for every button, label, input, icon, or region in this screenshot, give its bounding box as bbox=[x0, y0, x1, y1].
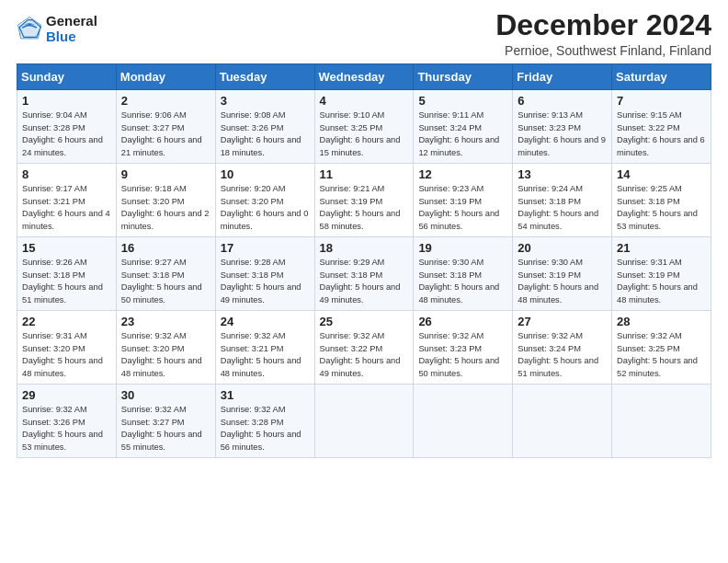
day-number: 14 bbox=[617, 167, 706, 181]
day-detail: Sunrise: 9:08 AMSunset: 3:26 PMDaylight:… bbox=[221, 110, 301, 156]
calendar-cell: 25Sunrise: 9:32 AMSunset: 3:22 PMDayligh… bbox=[314, 311, 414, 385]
logo-general: General bbox=[46, 13, 97, 29]
day-detail: Sunrise: 9:29 AMSunset: 3:18 PMDaylight:… bbox=[320, 258, 401, 304]
day-number: 26 bbox=[418, 315, 507, 328]
calendar-cell: 10Sunrise: 9:20 AMSunset: 3:20 PMDayligh… bbox=[215, 164, 314, 237]
day-number: 13 bbox=[518, 167, 607, 181]
day-detail: Sunrise: 9:04 AMSunset: 3:28 PMDaylight:… bbox=[22, 110, 103, 156]
col-tuesday: Tuesday bbox=[215, 64, 314, 90]
day-detail: Sunrise: 9:23 AMSunset: 3:19 PMDaylight:… bbox=[418, 184, 499, 230]
header-row: Sunday Monday Tuesday Wednesday Thursday… bbox=[17, 64, 711, 90]
calendar-cell: 17Sunrise: 9:28 AMSunset: 3:18 PMDayligh… bbox=[215, 237, 314, 311]
calendar-cell: 23Sunrise: 9:32 AMSunset: 3:20 PMDayligh… bbox=[116, 311, 215, 385]
calendar-body: 1Sunrise: 9:04 AMSunset: 3:28 PMDaylight… bbox=[17, 90, 711, 458]
day-detail: Sunrise: 9:21 AMSunset: 3:19 PMDaylight:… bbox=[320, 184, 401, 230]
day-detail: Sunrise: 9:17 AMSunset: 3:21 PMDaylight:… bbox=[22, 184, 110, 230]
calendar-table: Sunday Monday Tuesday Wednesday Thursday… bbox=[17, 63, 711, 458]
day-number: 6 bbox=[518, 94, 607, 108]
day-detail: Sunrise: 9:26 AMSunset: 3:18 PMDaylight:… bbox=[22, 258, 103, 304]
day-number: 9 bbox=[121, 167, 210, 181]
calendar-cell: 15Sunrise: 9:26 AMSunset: 3:18 PMDayligh… bbox=[17, 237, 117, 311]
day-number: 7 bbox=[617, 94, 706, 108]
day-detail: Sunrise: 9:10 AMSunset: 3:25 PMDaylight:… bbox=[320, 110, 401, 156]
day-detail: Sunrise: 9:32 AMSunset: 3:25 PMDaylight:… bbox=[617, 331, 698, 377]
day-number: 2 bbox=[121, 94, 210, 108]
main-title: December 2024 bbox=[495, 9, 711, 41]
day-number: 31 bbox=[221, 388, 310, 402]
day-detail: Sunrise: 9:32 AMSunset: 3:23 PMDaylight:… bbox=[418, 331, 499, 377]
day-number: 25 bbox=[320, 315, 409, 328]
calendar-week-2: 15Sunrise: 9:26 AMSunset: 3:18 PMDayligh… bbox=[17, 237, 711, 311]
day-number: 18 bbox=[320, 241, 409, 255]
day-number: 29 bbox=[22, 388, 111, 402]
col-wednesday: Wednesday bbox=[314, 64, 414, 90]
day-number: 12 bbox=[418, 167, 507, 181]
calendar-cell: 6Sunrise: 9:13 AMSunset: 3:23 PMDaylight… bbox=[513, 90, 612, 164]
day-detail: Sunrise: 9:32 AMSunset: 3:27 PMDaylight:… bbox=[121, 405, 202, 451]
day-detail: Sunrise: 9:32 AMSunset: 3:24 PMDaylight:… bbox=[518, 331, 598, 377]
page: General Blue December 2024 Pernioe, Sout… bbox=[0, 0, 728, 563]
calendar-cell: 5Sunrise: 9:11 AMSunset: 3:24 PMDaylight… bbox=[414, 90, 513, 164]
day-number: 17 bbox=[221, 241, 310, 255]
day-number: 10 bbox=[221, 167, 310, 181]
day-detail: Sunrise: 9:31 AMSunset: 3:19 PMDaylight:… bbox=[617, 258, 698, 304]
calendar-cell: 12Sunrise: 9:23 AMSunset: 3:19 PMDayligh… bbox=[414, 164, 513, 237]
day-detail: Sunrise: 9:25 AMSunset: 3:18 PMDaylight:… bbox=[617, 184, 698, 230]
day-number: 20 bbox=[518, 241, 607, 255]
calendar-cell: 22Sunrise: 9:31 AMSunset: 3:20 PMDayligh… bbox=[17, 311, 117, 385]
day-detail: Sunrise: 9:15 AMSunset: 3:22 PMDaylight:… bbox=[617, 110, 705, 156]
calendar-cell: 7Sunrise: 9:15 AMSunset: 3:22 PMDaylight… bbox=[612, 90, 711, 164]
calendar-header: Sunday Monday Tuesday Wednesday Thursday… bbox=[17, 64, 711, 90]
calendar-cell: 26Sunrise: 9:32 AMSunset: 3:23 PMDayligh… bbox=[414, 311, 513, 385]
day-number: 11 bbox=[320, 167, 409, 181]
day-number: 22 bbox=[22, 315, 111, 328]
header: General Blue December 2024 Pernioe, Sout… bbox=[17, 9, 711, 58]
calendar-week-3: 22Sunrise: 9:31 AMSunset: 3:20 PMDayligh… bbox=[17, 311, 711, 385]
calendar-cell: 31Sunrise: 9:32 AMSunset: 3:28 PMDayligh… bbox=[215, 385, 314, 458]
calendar-cell: 21Sunrise: 9:31 AMSunset: 3:19 PMDayligh… bbox=[612, 237, 711, 311]
title-block: December 2024 Pernioe, Southwest Finland… bbox=[495, 9, 711, 58]
day-detail: Sunrise: 9:32 AMSunset: 3:22 PMDaylight:… bbox=[320, 331, 401, 377]
day-detail: Sunrise: 9:32 AMSunset: 3:28 PMDaylight:… bbox=[221, 405, 301, 451]
calendar-cell: 16Sunrise: 9:27 AMSunset: 3:18 PMDayligh… bbox=[116, 237, 215, 311]
calendar-cell: 29Sunrise: 9:32 AMSunset: 3:26 PMDayligh… bbox=[17, 385, 117, 458]
day-number: 24 bbox=[221, 315, 310, 328]
day-number: 21 bbox=[617, 241, 706, 255]
day-detail: Sunrise: 9:24 AMSunset: 3:18 PMDaylight:… bbox=[518, 184, 598, 230]
day-number: 30 bbox=[121, 388, 210, 402]
day-number: 23 bbox=[121, 315, 210, 328]
day-detail: Sunrise: 9:20 AMSunset: 3:20 PMDaylight:… bbox=[221, 184, 309, 230]
subtitle: Pernioe, Southwest Finland, Finland bbox=[495, 43, 711, 58]
day-detail: Sunrise: 9:27 AMSunset: 3:18 PMDaylight:… bbox=[121, 258, 202, 304]
col-thursday: Thursday bbox=[414, 64, 513, 90]
logo-text-block: General Blue bbox=[46, 13, 97, 45]
calendar-week-1: 8Sunrise: 9:17 AMSunset: 3:21 PMDaylight… bbox=[17, 164, 711, 237]
day-number: 16 bbox=[121, 241, 210, 255]
calendar-cell: 1Sunrise: 9:04 AMSunset: 3:28 PMDaylight… bbox=[17, 90, 117, 164]
day-number: 1 bbox=[22, 94, 111, 108]
day-number: 15 bbox=[22, 241, 111, 255]
day-number: 19 bbox=[418, 241, 507, 255]
day-number: 28 bbox=[617, 315, 706, 328]
day-detail: Sunrise: 9:30 AMSunset: 3:19 PMDaylight:… bbox=[518, 258, 598, 304]
day-number: 4 bbox=[320, 94, 409, 108]
day-detail: Sunrise: 9:06 AMSunset: 3:27 PMDaylight:… bbox=[121, 110, 202, 156]
day-detail: Sunrise: 9:11 AMSunset: 3:24 PMDaylight:… bbox=[418, 110, 499, 156]
day-number: 3 bbox=[221, 94, 310, 108]
logo: General Blue bbox=[17, 13, 97, 45]
calendar-cell: 19Sunrise: 9:30 AMSunset: 3:18 PMDayligh… bbox=[414, 237, 513, 311]
col-saturday: Saturday bbox=[612, 64, 711, 90]
calendar-cell: 24Sunrise: 9:32 AMSunset: 3:21 PMDayligh… bbox=[215, 311, 314, 385]
calendar-cell: 20Sunrise: 9:30 AMSunset: 3:19 PMDayligh… bbox=[513, 237, 612, 311]
calendar-cell: 9Sunrise: 9:18 AMSunset: 3:20 PMDaylight… bbox=[116, 164, 215, 237]
col-monday: Monday bbox=[116, 64, 215, 90]
day-number: 27 bbox=[518, 315, 607, 328]
calendar-cell: 28Sunrise: 9:32 AMSunset: 3:25 PMDayligh… bbox=[612, 311, 711, 385]
day-detail: Sunrise: 9:18 AMSunset: 3:20 PMDaylight:… bbox=[121, 184, 210, 230]
calendar-cell: 11Sunrise: 9:21 AMSunset: 3:19 PMDayligh… bbox=[314, 164, 414, 237]
calendar-week-4: 29Sunrise: 9:32 AMSunset: 3:26 PMDayligh… bbox=[17, 385, 711, 458]
calendar-cell: 8Sunrise: 9:17 AMSunset: 3:21 PMDaylight… bbox=[17, 164, 117, 237]
calendar-cell bbox=[314, 385, 414, 458]
logo-text: General Blue bbox=[46, 13, 97, 45]
day-detail: Sunrise: 9:31 AMSunset: 3:20 PMDaylight:… bbox=[22, 331, 103, 377]
